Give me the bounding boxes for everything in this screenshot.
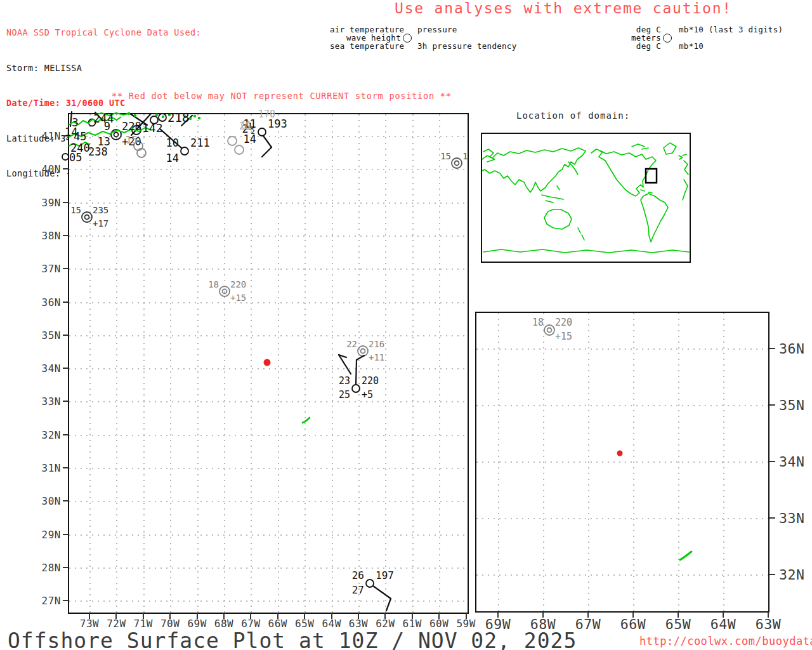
gridline-latitude — [69, 501, 468, 502]
legend-unit-pressure: mb*10 (last 3 digits) — [679, 25, 783, 34]
gridline-latitude — [69, 269, 468, 270]
gridline-latitude — [69, 368, 468, 369]
legend-pressure-tendency: 3h pressure tendency — [417, 42, 517, 50]
tick-latitude — [63, 434, 69, 435]
gridline-latitude — [69, 169, 468, 170]
tick-latitude — [63, 135, 69, 136]
gridline-latitude — [476, 348, 768, 350]
latitude-label: 34N — [779, 454, 804, 470]
tick-latitude — [63, 467, 69, 468]
gridline-longitude — [197, 114, 199, 613]
gridline-longitude — [304, 114, 306, 613]
longitude-label: 66W — [620, 616, 646, 632]
gridline-longitude — [358, 114, 360, 613]
legend-unit-tendency: mb*10 — [679, 42, 704, 50]
domain-inset-title: Location of domain: — [516, 110, 630, 121]
station-model-units-legend: deg C mb*10 (last 3 digits) meters deg C… — [613, 25, 783, 50]
latitude-label: 28N — [42, 561, 61, 573]
gridline-latitude — [69, 600, 468, 602]
latitude-label: 40N — [42, 163, 61, 175]
gridline-longitude — [412, 114, 414, 613]
gridline-latitude — [69, 302, 468, 303]
latitude-label: 30N — [42, 495, 61, 507]
source-title: NOAA SSD Tropical Cyclone Data Used: — [6, 27, 201, 39]
tick-latitude — [63, 302, 69, 303]
longitude-label: 65W — [665, 616, 691, 632]
gridline-latitude — [476, 405, 768, 406]
station-model-units-circle-icon — [663, 34, 672, 43]
gridline-latitude — [69, 202, 468, 204]
latitude-label: 27N — [42, 595, 61, 607]
longitude-label: 67W — [575, 616, 601, 632]
tick-latitude — [63, 500, 69, 501]
gridline-latitude — [476, 461, 768, 463]
latitude-label: 38N — [42, 229, 61, 241]
latitude-label: 33N — [42, 395, 61, 408]
tick-latitude — [63, 567, 69, 568]
gridline-longitude — [224, 114, 225, 613]
latitude-label: 32N — [779, 567, 804, 583]
latitude-label: 32N — [42, 428, 61, 441]
longitude-label: 64W — [710, 616, 736, 632]
gridline-longitude — [385, 114, 386, 613]
latitude-label: 31N — [42, 462, 61, 474]
latitude-label: 35N — [42, 329, 61, 341]
station-model-legend: air temperature pressure wave height sea… — [330, 25, 517, 50]
domain-inset-map — [481, 133, 691, 263]
tick-latitude — [63, 401, 69, 402]
zoom-inset-map: 69W68W67W66W65W64W63W36N35N34N33N32N — [475, 312, 769, 613]
tick-latitude — [769, 348, 775, 349]
tick-latitude — [63, 600, 69, 601]
tick-latitude — [63, 268, 69, 269]
source-url: http://coolwx.com/buoydata — [639, 635, 812, 647]
gridline-longitude — [439, 114, 440, 613]
tick-latitude — [63, 335, 69, 336]
tick-latitude — [63, 168, 69, 169]
gridline-latitude — [69, 235, 468, 237]
latitude-label: 36N — [42, 296, 61, 308]
latitude-label: 41N — [42, 130, 61, 142]
gridline-latitude — [69, 136, 468, 137]
gridline-latitude — [476, 518, 768, 519]
tick-latitude — [769, 574, 775, 575]
gridline-longitude — [251, 114, 252, 613]
tick-latitude — [769, 404, 775, 406]
gridline-latitude — [69, 401, 468, 402]
legend-pressure: pressure — [417, 25, 457, 34]
gridline-longitude — [170, 114, 171, 613]
plot-title: Offshore Surface Plot at 10Z / NOV 02, 2… — [8, 628, 577, 650]
gridline-latitude — [69, 534, 468, 536]
gridline-latitude — [69, 468, 468, 469]
gridline-longitude — [116, 114, 117, 613]
latitude-label: 34N — [42, 362, 61, 375]
latitude-label: 39N — [42, 196, 61, 208]
tick-latitude — [63, 202, 69, 203]
tick-latitude — [63, 368, 69, 369]
gridline-longitude — [332, 114, 333, 613]
gridline-longitude — [89, 114, 91, 613]
latitude-label: 35N — [779, 397, 804, 413]
legend-sea-temperature: sea temperature — [330, 42, 401, 50]
latitude-label: 37N — [42, 263, 61, 275]
gridline-longitude — [143, 114, 145, 613]
station-model-circle-icon — [403, 34, 412, 43]
main-map: 73W72W71W70W69W68W67W66W65W64W63W62W61W6… — [68, 113, 469, 614]
gridline-latitude — [69, 435, 468, 436]
caution-headline: Use analyses with extreme caution! — [395, 0, 732, 17]
gridline-latitude — [69, 567, 468, 569]
tick-latitude — [63, 235, 69, 236]
latitude-label: 36N — [779, 341, 804, 357]
gridline-latitude — [476, 574, 768, 576]
tick-latitude — [769, 461, 775, 462]
storm-name-line: Storm: MELISSA — [6, 62, 201, 74]
gridline-latitude — [69, 335, 468, 336]
legend-unit-sea: deg C — [613, 42, 661, 50]
red-dot-warning: ** Red dot below may NOT represent CURRE… — [112, 91, 452, 101]
world-coastline-map — [482, 134, 690, 262]
tick-latitude — [63, 534, 69, 535]
latitude-label: 29N — [42, 528, 61, 540]
tick-latitude — [769, 517, 775, 519]
latitude-label: 33N — [779, 510, 804, 526]
offshore-surface-plot: NOAA SSD Tropical Cyclone Data Used: Sto… — [0, 0, 812, 650]
gridline-longitude — [278, 114, 279, 613]
